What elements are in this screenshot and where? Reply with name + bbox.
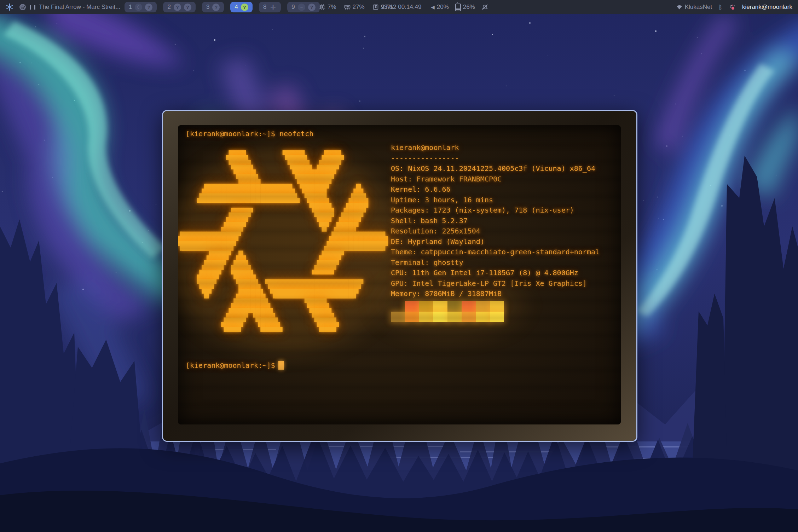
palette-swatch <box>405 312 419 322</box>
palette-row-bright <box>391 312 504 322</box>
workspace-9[interactable]: 9~? <box>287 2 319 12</box>
app-icon-terminal: ? <box>241 4 248 11</box>
neofetch-info-line: DE: Hyprland (Wayland) <box>391 237 600 247</box>
cpu-icon <box>319 4 325 10</box>
palette-swatch <box>462 301 476 312</box>
clock[interactable]: 27/12 00:14:49 <box>381 4 421 11</box>
app-icon-plugin: ✛ <box>269 4 277 11</box>
notifications-muted-icon[interactable] <box>481 4 488 11</box>
media-player-module[interactable]: The Final Arrow - Marc Streit... <box>19 4 121 11</box>
neofetch-info-line: Terminal: ghostty <box>391 258 600 268</box>
neofetch-info-line: Theme: catppuccin-macchiato-green-standa… <box>391 247 600 258</box>
battery-module: 26% <box>455 3 475 11</box>
workspace-1[interactable]: 1☾? <box>125 2 157 12</box>
shell-prompt-neofetch: [kierank@moonlark:~]$ neofetch <box>186 129 313 138</box>
terminal-color-palette <box>391 301 504 322</box>
palette-swatch <box>419 312 433 322</box>
app-icon-moon: ☾ <box>135 4 142 11</box>
prompt-text: [kierank@moonlark:~]$ <box>186 361 275 370</box>
disk-icon <box>372 4 379 10</box>
memory-icon <box>344 4 351 10</box>
wifi-icon <box>676 4 683 10</box>
pause-icon <box>30 5 35 10</box>
workspace-4[interactable]: 4? <box>230 2 252 12</box>
block-cursor <box>278 361 284 370</box>
workspace-3[interactable]: 3? <box>202 2 224 12</box>
bluetooth-icon[interactable]: ᛒ <box>718 4 722 11</box>
neofetch-info-line: Kernel: 6.6.66 <box>391 184 600 195</box>
neofetch-info-line: Memory: 8786MiB / 31887MiB <box>391 289 600 299</box>
crt-bezel: [kierank@moonlark:~]$ neofetch ▗▄▄▄ ▗▄▄▄… <box>163 111 636 441</box>
workspace-number: 1 <box>129 4 132 11</box>
crt-screen[interactable]: [kierank@moonlark:~]$ neofetch ▗▄▄▄ ▗▄▄▄… <box>178 125 621 424</box>
battery-value: 26% <box>463 4 475 11</box>
palette-swatch <box>391 301 405 312</box>
media-title: The Final Arrow - Marc Streit... <box>39 4 121 11</box>
app-icon-unknown: ? <box>184 4 191 11</box>
palette-swatch <box>391 312 405 322</box>
workspace-number: 4 <box>235 4 238 11</box>
neofetch-info-line: CPU: 11th Gen Intel i7-1185G7 (8) @ 4.80… <box>391 268 600 278</box>
shell-prompt[interactable]: [kierank@moonlark:~]$ <box>186 361 284 370</box>
palette-swatch <box>476 301 490 312</box>
workspace-number: 3 <box>206 4 209 11</box>
neofetch-info-line: Resolution: 798x532 <box>391 226 600 237</box>
network-module[interactable]: KlukasNet <box>676 4 712 11</box>
terminal-window[interactable]: [kierank@moonlark:~]$ neofetch ▗▄▄▄ ▗▄▄▄… <box>162 110 637 442</box>
neofetch-info-line: GPU: Intel TigerLake-LP GT2 [Iris Xe Gra… <box>391 278 600 289</box>
neofetch-info-line: Host: Framework FRANBMCP0C <box>391 174 600 185</box>
tray-snowflake-icon[interactable] <box>729 4 736 11</box>
palette-swatch <box>405 301 419 312</box>
network-name: KlukasNet <box>685 4 712 11</box>
palette-swatch <box>447 301 462 312</box>
palette-swatch <box>433 312 447 322</box>
app-icon-unknown: ? <box>174 4 181 11</box>
desktop: The Final Arrow - Marc Streit... 1☾?2??3… <box>0 0 798 532</box>
app-icon-chat: ~ <box>298 4 305 11</box>
logged-in-user: kierank@moonlark <box>742 4 792 11</box>
palette-row-normal <box>391 301 504 312</box>
neofetch-info-line: Shell: bash 5.2.37 <box>391 216 600 226</box>
app-icon-unknown: ? <box>145 4 152 11</box>
cpu-value: 7% <box>328 4 336 11</box>
workspace-number: 2 <box>167 4 170 11</box>
neofetch-info-line: Uptime: 3 hours, 16 mins <box>391 195 600 206</box>
memory-module: 27% <box>344 4 365 11</box>
palette-swatch <box>447 312 462 322</box>
palette-swatch <box>419 301 433 312</box>
volume-module[interactable]: ◀ 20% <box>431 4 449 11</box>
workspaces: 1☾?2??3?4?8✛9~? <box>125 0 320 14</box>
palette-swatch <box>490 312 504 322</box>
speaker-icon: ◀ <box>431 4 435 10</box>
workspace-number: 8 <box>263 4 266 11</box>
palette-swatch <box>433 301 447 312</box>
workspace-8[interactable]: 8✛ <box>259 2 281 12</box>
palette-swatch <box>476 312 490 322</box>
spotify-icon <box>19 4 26 11</box>
workspace-2[interactable]: 2?? <box>163 2 195 12</box>
workspace-number: 9 <box>291 4 295 11</box>
app-icon-unknown: ? <box>308 4 316 11</box>
palette-swatch <box>462 312 476 322</box>
neofetch-info-line: Packages: 1723 (nix-system), 718 (nix-us… <box>391 205 600 216</box>
battery-icon <box>455 4 461 11</box>
top-bar: The Final Arrow - Marc Streit... 1☾?2??3… <box>0 0 798 14</box>
neofetch-info-line: kierank@moonlark <box>391 143 600 153</box>
neofetch-info: kierank@moonlark----------------OS: NixO… <box>391 143 600 299</box>
cpu-module: 7% <box>319 4 336 11</box>
nixos-ascii-logo: ▗▄▄▄ ▗▄▄▄▄ ▄▄▄▖ ▜███▙ ▜███▙ ▟███▛ ▜███▙ … <box>178 146 388 337</box>
volume-value: 20% <box>437 4 449 11</box>
neofetch-info-line: ---------------- <box>391 153 600 164</box>
palette-swatch <box>490 301 504 312</box>
neofetch-info-line: OS: NixOS 24.11.20241225.4005c3f (Vicuna… <box>391 163 600 174</box>
memory-value: 27% <box>353 4 365 11</box>
app-icon-unknown: ? <box>212 4 220 11</box>
nixos-menu-icon[interactable] <box>6 3 13 11</box>
